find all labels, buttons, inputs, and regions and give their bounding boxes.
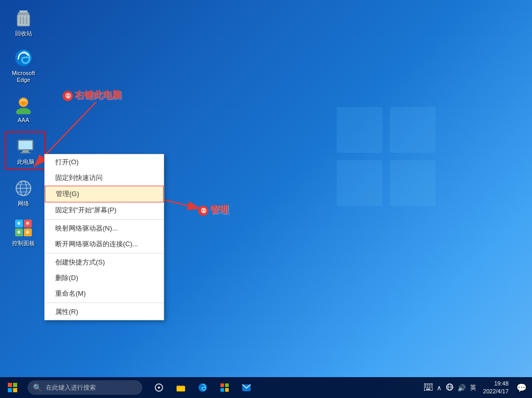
- svg-rect-1: [390, 107, 436, 153]
- recycle-bin-label: 回收站: [15, 30, 32, 37]
- context-open[interactable]: 打开(O): [45, 154, 164, 170]
- annotation-1: ①右键此电脑: [63, 89, 121, 101]
- edge-taskbar-button[interactable]: [193, 378, 213, 397]
- control-panel-image: [13, 218, 34, 238]
- time-text: 19:48: [483, 380, 509, 388]
- svg-rect-36: [13, 383, 17, 387]
- taskbar: 🔍 在此键入进行搜索: [0, 377, 532, 398]
- language-indicator[interactable]: 英: [468, 383, 478, 392]
- svg-rect-48: [225, 388, 229, 392]
- taskbar-tray: ∧ 🔊 英 19:48 2022/4/17 💬: [423, 380, 532, 396]
- context-delete[interactable]: 删除(D): [45, 270, 164, 286]
- aaa-image: [13, 94, 34, 115]
- control-panel-label: 控制面板: [12, 240, 35, 247]
- svg-rect-35: [8, 383, 12, 387]
- context-create-shortcut[interactable]: 创建快捷方式(S): [45, 255, 164, 270]
- svg-rect-17: [20, 152, 31, 153]
- edge-label: Microsoft Edge: [8, 70, 39, 83]
- svg-rect-5: [19, 10, 28, 13]
- desktop-icons-area: 回收站 Microsoft Edge: [5, 5, 46, 249]
- context-pin-start[interactable]: 固定到"开始"屏幕(P): [45, 202, 164, 218]
- svg-rect-45: [220, 383, 224, 387]
- svg-rect-57: [429, 387, 430, 388]
- svg-rect-4: [18, 13, 29, 15]
- context-pin-quick[interactable]: 固定到快速访问: [45, 170, 164, 186]
- network-tray-icon[interactable]: [444, 383, 455, 392]
- notification-button[interactable]: 💬: [514, 383, 529, 393]
- this-pc-wrapper: 此电脑: [5, 131, 46, 170]
- svg-rect-59: [426, 389, 430, 390]
- svg-point-29: [26, 222, 29, 225]
- taskbar-search[interactable]: 🔍 在此键入进行搜索: [28, 380, 142, 395]
- context-map-drive[interactable]: 映射网络驱动器(N)...: [45, 221, 164, 236]
- network-label: 网络: [18, 200, 29, 207]
- file-explorer-button[interactable]: [171, 378, 191, 397]
- annotation-circle-1: ①: [63, 91, 73, 101]
- edge-icon-desktop[interactable]: Microsoft Edge: [5, 45, 42, 86]
- svg-rect-0: [337, 107, 382, 153]
- svg-rect-16: [22, 150, 29, 152]
- date-text: 2022/4/17: [483, 388, 509, 395]
- mail-taskbar-button[interactable]: [237, 378, 256, 397]
- context-disconnect-drive[interactable]: 断开网络驱动器的连接(C)...: [45, 236, 164, 252]
- svg-rect-58: [431, 387, 432, 388]
- start-button[interactable]: [0, 377, 25, 398]
- tray-expand-icon[interactable]: ∧: [435, 384, 443, 392]
- clock-display[interactable]: 19:48 2022/4/17: [479, 380, 513, 396]
- annotation-circle-2: ②: [198, 206, 208, 216]
- windows-logo-watermark: [334, 104, 438, 209]
- annotation-2: ②管理: [198, 203, 229, 216]
- svg-rect-42: [177, 387, 185, 391]
- context-properties[interactable]: 属性(R): [45, 304, 164, 320]
- this-pc-image: [15, 136, 36, 157]
- svg-rect-55: [425, 387, 426, 388]
- svg-rect-54: [431, 384, 432, 385]
- aaa-label: AAA: [18, 117, 29, 124]
- svg-point-28: [17, 222, 20, 225]
- svg-rect-2: [337, 160, 382, 206]
- svg-rect-47: [220, 388, 224, 392]
- context-rename[interactable]: 重命名(M): [45, 286, 164, 301]
- recycle-bin-image: [13, 8, 34, 29]
- svg-rect-52: [427, 384, 428, 385]
- svg-rect-38: [13, 388, 17, 392]
- network-image: [13, 178, 34, 199]
- volume-tray-icon[interactable]: 🔊: [456, 384, 467, 392]
- svg-point-30: [17, 231, 20, 234]
- context-menu: 打开(O) 固定到快速访问 管理(G) 固定到"开始"屏幕(P) 映射网络驱动器…: [44, 154, 164, 320]
- svg-rect-37: [8, 388, 12, 392]
- aaa-icon[interactable]: AAA: [5, 92, 42, 126]
- this-pc-label: 此电脑: [17, 159, 34, 165]
- svg-rect-3: [390, 160, 436, 206]
- keyboard-icon[interactable]: [423, 383, 434, 392]
- this-pc-icon[interactable]: 此电脑: [7, 134, 44, 168]
- svg-rect-46: [225, 383, 229, 387]
- task-view-button[interactable]: [149, 378, 169, 397]
- taskbar-pinned-icons: [149, 378, 256, 397]
- svg-rect-56: [427, 387, 428, 388]
- control-panel-icon[interactable]: 控制面板: [5, 215, 42, 249]
- search-icon: 🔍: [33, 383, 42, 392]
- edge-image: [13, 47, 34, 68]
- svg-point-40: [158, 387, 160, 389]
- svg-rect-51: [425, 384, 426, 385]
- svg-point-12: [16, 108, 31, 114]
- store-taskbar-button[interactable]: [215, 378, 234, 397]
- recycle-bin-icon[interactable]: 回收站: [5, 5, 42, 40]
- divider-1: [45, 219, 164, 220]
- svg-rect-15: [19, 141, 32, 149]
- divider-3: [45, 303, 164, 303]
- divider-2: [45, 253, 164, 254]
- context-manage[interactable]: 管理(G): [45, 186, 164, 202]
- network-icon[interactable]: 网络: [5, 175, 42, 210]
- svg-rect-53: [429, 384, 430, 385]
- desktop: 回收站 Microsoft Edge: [0, 0, 532, 398]
- search-placeholder-text: 在此键入进行搜索: [46, 383, 96, 392]
- svg-point-23: [16, 181, 31, 196]
- svg-point-31: [26, 231, 29, 234]
- svg-rect-43: [177, 385, 180, 387]
